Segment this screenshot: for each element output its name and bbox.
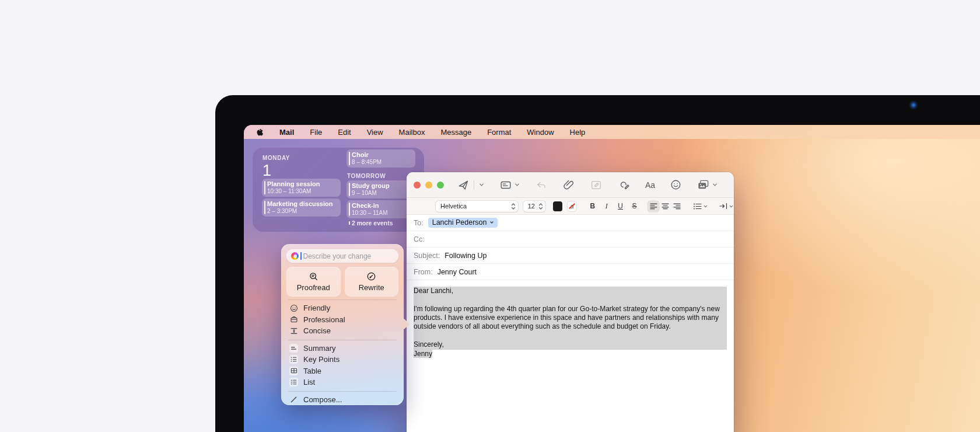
calendar-event[interactable]: Marketing discussion 2 – 3:30PM <box>262 198 341 217</box>
calendar-event[interactable]: Check-in 10:30 – 11AM <box>346 200 415 218</box>
subject-field[interactable]: Subject: Following Up <box>407 248 734 264</box>
compose-toolbar: Aa <box>407 172 734 198</box>
selected-text: Dear Lanchi, I'm following up regarding … <box>414 287 727 350</box>
zoom-button[interactable] <box>437 182 444 189</box>
menu-item-window[interactable]: Window <box>527 128 554 137</box>
photo-browser-icon[interactable] <box>696 178 710 191</box>
text-caret <box>300 252 302 260</box>
divider <box>288 299 397 300</box>
menu-item-key-points[interactable]: Key Points <box>281 354 404 365</box>
menu-item-file[interactable]: File <box>310 128 322 137</box>
list-icon <box>289 378 298 386</box>
to-field[interactable]: To: Lanchi Pederson <box>407 215 734 231</box>
align-left-button[interactable] <box>648 201 659 212</box>
professional-icon <box>289 315 298 324</box>
menu-item-mailbox[interactable]: Mailbox <box>399 128 425 137</box>
chevron-down-icon <box>703 204 708 209</box>
underline-button[interactable]: U <box>616 202 625 210</box>
header-fields-icon[interactable] <box>499 179 512 191</box>
minimize-button[interactable] <box>425 182 432 189</box>
apple-menu-icon[interactable] <box>256 127 264 137</box>
summary-icon <box>289 344 298 353</box>
text-color-well[interactable] <box>553 201 562 211</box>
stepper-icon <box>538 203 543 210</box>
send-icon[interactable] <box>457 179 470 191</box>
reply-icon <box>535 179 548 191</box>
key-points-icon <box>289 355 298 364</box>
stepper-icon <box>511 203 516 210</box>
emoji-icon[interactable] <box>670 179 682 191</box>
format-icon[interactable]: Aa <box>645 180 655 190</box>
writing-tools-popover: Describe your change Proofread Rewrite F… <box>281 244 404 405</box>
markup-icon <box>590 179 603 191</box>
divider <box>288 340 397 340</box>
menu-item-format[interactable]: Format <box>487 128 511 137</box>
italic-button[interactable]: I <box>602 202 611 211</box>
camera-indicator-glow <box>909 100 918 110</box>
recipient-token[interactable]: Lanchi Pederson <box>428 218 498 228</box>
chevron-down-icon <box>489 220 494 225</box>
rewrite-icon <box>366 271 376 281</box>
menu-item-mail[interactable]: Mail <box>279 128 294 137</box>
chevron-down-icon <box>729 204 734 209</box>
selected-signature: Jenny <box>414 350 432 358</box>
calendar-more-events[interactable]: 2 more events <box>346 219 415 227</box>
calendar-tomorrow-label: TOMORROW <box>347 173 386 179</box>
writing-tools-icon[interactable] <box>617 178 631 191</box>
calendar-event[interactable]: Planning session 10:30 – 11:30AM <box>262 179 341 197</box>
describe-change-input[interactable]: Describe your change <box>286 249 398 263</box>
window-controls <box>414 182 444 189</box>
compose-icon <box>289 395 298 404</box>
list-style-dropdown[interactable] <box>694 203 708 210</box>
menu-item-concise[interactable]: Concise <box>281 325 404 337</box>
mail-compose-window: Aa Helvetica <box>407 172 734 432</box>
menu-item-list[interactable]: List <box>281 377 404 388</box>
align-right-button[interactable] <box>671 201 682 212</box>
menu-item-compose[interactable]: Compose... <box>281 394 404 406</box>
proofread-icon <box>309 271 318 281</box>
menu-item-table[interactable]: Table <box>281 365 404 377</box>
divider <box>288 391 397 392</box>
friendly-icon <box>289 304 298 312</box>
proofread-button[interactable]: Proofread <box>286 267 341 297</box>
align-center-button[interactable] <box>659 201 671 212</box>
send-options-chevron[interactable] <box>478 182 485 188</box>
calendar-event[interactable]: Choir 8 – 8:45PM <box>346 149 415 168</box>
mac-screen: Mail File Edit View Mailbox Message Form… <box>244 125 980 432</box>
menu-item-friendly[interactable]: Friendly <box>281 302 404 314</box>
from-field[interactable]: From: Jenny Court <box>407 264 734 280</box>
concise-icon <box>289 326 298 335</box>
strikethrough-button[interactable]: S <box>630 202 639 210</box>
menu-item-help[interactable]: Help <box>570 128 586 137</box>
menu-item-view[interactable]: View <box>367 128 383 137</box>
menu-item-summary[interactable]: Summary <box>281 343 404 354</box>
menu-item-message[interactable]: Message <box>440 128 471 137</box>
cc-field[interactable]: Cc: <box>407 231 734 248</box>
font-family-select[interactable]: Helvetica <box>436 201 518 212</box>
table-icon <box>289 367 298 375</box>
apple-intelligence-icon <box>291 252 299 260</box>
indent-dropdown[interactable] <box>719 203 734 210</box>
calendar-widget[interactable]: MONDAY 1 Planning session 10:30 – 11:30A… <box>253 148 424 232</box>
close-button[interactable] <box>414 182 421 189</box>
bold-button[interactable]: B <box>588 202 597 210</box>
font-size-select[interactable]: 12 <box>523 201 545 212</box>
menu-item-professional[interactable]: Professional <box>281 314 404 326</box>
header-fields-chevron[interactable] <box>514 182 520 188</box>
menu-bar: Mail File Edit View Mailbox Message Form… <box>244 125 980 139</box>
background-color-well[interactable]: a <box>568 201 577 211</box>
message-body[interactable]: Dear Lanchi, I'm following up regarding … <box>407 280 734 365</box>
format-bar: Helvetica 12 a B I U S <box>407 198 734 215</box>
photo-browser-chevron[interactable] <box>712 182 718 188</box>
input-placeholder: Describe your change <box>303 252 372 260</box>
calendar-event[interactable]: Study group 9 – 10AM <box>346 180 415 198</box>
rewrite-button[interactable]: Rewrite <box>345 267 399 297</box>
calendar-day-number: 1 <box>262 163 271 179</box>
calendar-day-label: MONDAY <box>262 155 290 161</box>
menu-item-edit[interactable]: Edit <box>338 128 351 137</box>
attach-icon[interactable] <box>562 179 575 191</box>
